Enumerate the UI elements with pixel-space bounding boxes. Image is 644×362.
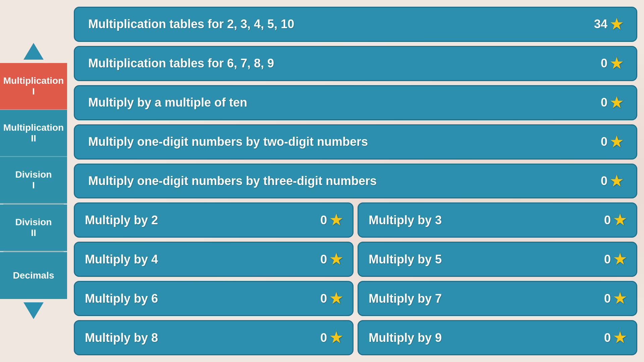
btn-label-7a: Multiply by 4 xyxy=(85,252,158,266)
btn-multiply-by-5[interactable]: Multiply by 5 0 ★ xyxy=(358,242,637,277)
sidebar-item-decimals[interactable]: Decimals xyxy=(0,252,67,299)
sidebar-item-division-2[interactable]: DivisionII xyxy=(0,204,67,251)
row-5: Multiply one-digit numbers by three-digi… xyxy=(74,164,637,199)
score-value-7a: 0 xyxy=(320,252,327,266)
btn-label-6a: Multiply by 2 xyxy=(85,213,158,227)
score-value-7b: 0 xyxy=(604,252,611,266)
svg-marker-1 xyxy=(23,302,44,319)
main-content: Multiplication tables for 2, 3, 4, 5, 10… xyxy=(74,7,637,355)
btn-score-7a: 0 ★ xyxy=(320,251,342,267)
score-value-9a: 0 xyxy=(320,331,327,345)
btn-score-6b: 0 ★ xyxy=(604,212,626,228)
row-2: Multiplication tables for 6, 7, 8, 9 0 ★ xyxy=(74,46,637,81)
btn-multiply-by-2[interactable]: Multiply by 2 0 ★ xyxy=(74,202,354,238)
sidebar-item-multiplication-2[interactable]: MultiplicationII xyxy=(0,110,67,157)
star-icon-6a: ★ xyxy=(330,212,342,228)
sidebar-item-multiplication-1[interactable]: MultiplicationI xyxy=(0,63,67,110)
btn-one-digit-two-digit[interactable]: Multiply one-digit numbers by two-digit … xyxy=(74,124,637,160)
star-icon-1: ★ xyxy=(610,16,623,33)
btn-label-3: Multiply by a multiple of ten xyxy=(88,96,247,110)
btn-score-3: 0 ★ xyxy=(601,95,623,111)
score-value-3: 0 xyxy=(601,96,607,110)
btn-label-7b: Multiply by 5 xyxy=(369,252,442,266)
sidebar-label-decimals: Decimals xyxy=(13,270,54,281)
btn-label-9b: Multiply by 9 xyxy=(369,331,442,345)
sidebar-label-mult2: MultiplicationII xyxy=(3,122,64,144)
btn-multiply-by-3[interactable]: Multiply by 3 0 ★ xyxy=(358,202,637,238)
star-icon-6b: ★ xyxy=(613,212,626,228)
score-value-9b: 0 xyxy=(604,331,611,345)
btn-score-8b: 0 ★ xyxy=(604,290,626,307)
row-7: Multiply by 4 0 ★ Multiply by 5 0 ★ xyxy=(74,242,637,277)
btn-label-4: Multiply one-digit numbers by two-digit … xyxy=(88,135,368,149)
btn-label-6b: Multiply by 3 xyxy=(369,213,442,227)
btn-score-1: 34 ★ xyxy=(594,16,623,33)
row-8: Multiply by 6 0 ★ Multiply by 7 0 ★ xyxy=(74,281,637,316)
star-icon-8a: ★ xyxy=(330,290,342,307)
btn-label-9a: Multiply by 8 xyxy=(85,331,158,345)
star-icon-2: ★ xyxy=(610,55,623,72)
star-icon-4: ★ xyxy=(610,134,623,150)
row-1: Multiplication tables for 2, 3, 4, 5, 10… xyxy=(74,7,637,42)
star-icon-7b: ★ xyxy=(613,251,626,267)
svg-marker-0 xyxy=(23,43,44,60)
btn-label-2: Multiplication tables for 6, 7, 8, 9 xyxy=(88,56,274,70)
sidebar: MultiplicationI MultiplicationII Divisio… xyxy=(0,0,67,362)
btn-multiply-multiple-ten[interactable]: Multiply by a multiple of ten 0 ★ xyxy=(74,85,637,120)
score-value-6a: 0 xyxy=(320,213,327,227)
btn-label-8a: Multiply by 6 xyxy=(85,292,158,306)
score-value-2: 0 xyxy=(601,56,607,70)
row-4: Multiply one-digit numbers by two-digit … xyxy=(74,124,637,160)
score-value-8b: 0 xyxy=(604,292,611,306)
star-icon-5: ★ xyxy=(610,173,623,189)
row-9: Multiply by 8 0 ★ Multiply by 9 0 ★ xyxy=(74,320,637,355)
sidebar-label-mult1: MultiplicationI xyxy=(3,75,64,97)
star-icon-9b: ★ xyxy=(613,329,626,346)
score-value-4: 0 xyxy=(601,135,607,149)
score-value-1: 34 xyxy=(594,17,607,31)
row-3: Multiply by a multiple of ten 0 ★ xyxy=(74,85,637,120)
score-value-8a: 0 xyxy=(320,292,327,306)
star-icon-9a: ★ xyxy=(330,329,342,346)
btn-mult-tables-6789[interactable]: Multiplication tables for 6, 7, 8, 9 0 ★ xyxy=(74,46,637,81)
btn-label-1: Multiplication tables for 2, 3, 4, 5, 10 xyxy=(88,17,294,31)
btn-score-9a: 0 ★ xyxy=(320,329,342,346)
btn-score-4: 0 ★ xyxy=(601,134,623,150)
star-icon-7a: ★ xyxy=(330,251,342,267)
btn-label-8b: Multiply by 7 xyxy=(369,292,442,306)
sidebar-item-division-1[interactable]: DivisionI xyxy=(0,157,67,204)
scroll-down-button[interactable] xyxy=(13,299,54,322)
btn-multiply-by-7[interactable]: Multiply by 7 0 ★ xyxy=(358,281,637,316)
btn-mult-tables-2345-10[interactable]: Multiplication tables for 2, 3, 4, 5, 10… xyxy=(74,7,637,42)
btn-multiply-by-4[interactable]: Multiply by 4 0 ★ xyxy=(74,242,354,277)
sidebar-label-div2: DivisionII xyxy=(15,217,52,238)
btn-score-5: 0 ★ xyxy=(601,173,623,189)
row-6: Multiply by 2 0 ★ Multiply by 3 0 ★ xyxy=(74,202,637,238)
sidebar-label-div1: DivisionI xyxy=(15,169,52,191)
scroll-up-button[interactable] xyxy=(13,40,54,63)
btn-multiply-by-9[interactable]: Multiply by 9 0 ★ xyxy=(358,320,637,355)
star-icon-8b: ★ xyxy=(613,290,626,307)
btn-score-2: 0 ★ xyxy=(601,55,623,72)
star-icon-3: ★ xyxy=(610,95,623,111)
score-value-6b: 0 xyxy=(604,213,611,227)
btn-score-8a: 0 ★ xyxy=(320,290,342,307)
btn-score-6a: 0 ★ xyxy=(320,212,342,228)
btn-label-5: Multiply one-digit numbers by three-digi… xyxy=(88,174,377,188)
btn-one-digit-three-digit[interactable]: Multiply one-digit numbers by three-digi… xyxy=(74,164,637,199)
score-value-5: 0 xyxy=(601,174,607,188)
btn-score-7b: 0 ★ xyxy=(604,251,626,267)
btn-score-9b: 0 ★ xyxy=(604,329,626,346)
btn-multiply-by-8[interactable]: Multiply by 8 0 ★ xyxy=(74,320,354,355)
btn-multiply-by-6[interactable]: Multiply by 6 0 ★ xyxy=(74,281,354,316)
